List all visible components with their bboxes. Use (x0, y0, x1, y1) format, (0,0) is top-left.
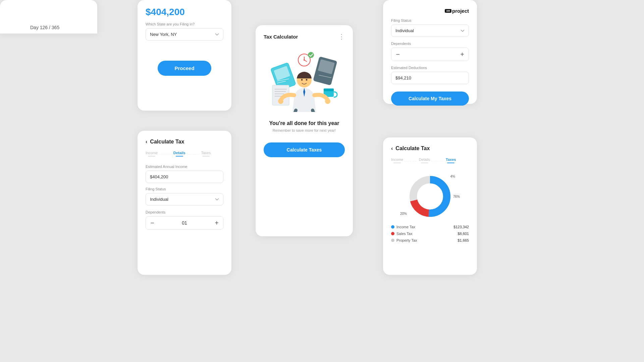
proceed-button[interactable]: Proceed (158, 61, 211, 76)
project-text: project (452, 8, 469, 14)
chart-label-20pct: 20% (400, 212, 407, 216)
increment-button-right[interactable]: + (456, 48, 469, 61)
step-tabs: Income ............ Details ............… (146, 151, 223, 157)
tab-details[interactable]: Details (173, 151, 185, 157)
calculate-my-taxes-button[interactable]: Calculate My Taxes (391, 92, 469, 106)
tab-details-chart[interactable]: Details (419, 158, 430, 163)
legend-property-tax: Property Tax $1,665 (391, 238, 469, 242)
dots-2: ............ (185, 152, 201, 157)
back-arrow-icon[interactable]: ‹ (146, 139, 147, 145)
income-input[interactable] (146, 171, 223, 183)
property-tax-dot (391, 239, 394, 242)
done-illustration (264, 47, 345, 114)
project365-logo: 365 project (445, 8, 469, 14)
svg-point-28 (418, 184, 442, 208)
tab-taxes[interactable]: Taxes (201, 151, 211, 157)
svg-point-21 (306, 79, 308, 81)
decrement-button-right[interactable]: − (391, 48, 404, 61)
legend-sales-tax: Sales Tax $8,601 (391, 232, 469, 236)
state-filing-card: $404,200 Which State are you Filing in? … (138, 0, 231, 111)
income-label: Estimated Annual Income (146, 165, 223, 169)
filing-label: Filing Status (146, 187, 223, 191)
tax-calculator-header: Tax Calculator ⋮ (264, 33, 345, 40)
decrement-button[interactable]: − (146, 217, 159, 229)
increment-button[interactable]: + (210, 217, 223, 229)
filing-select[interactable]: Individual Married Filing Jointly Head o… (146, 193, 223, 205)
svg-point-20 (301, 79, 303, 81)
dependents-label-right: Dependents (391, 42, 469, 46)
state-label: Which State are you Filing in? (146, 22, 223, 26)
sales-tax-amount: $8,601 (458, 232, 469, 236)
dependents-label: Dependents (146, 210, 223, 214)
calculate-tax-header: ‹ Calculate Tax (146, 139, 223, 145)
done-text: You're all done for this year (264, 120, 345, 126)
property-tax-label: Property Tax (396, 238, 417, 242)
svg-point-15 (304, 59, 305, 61)
sales-tax-dot (391, 232, 394, 235)
calculate-tax-title: Calculate Tax (150, 139, 184, 145)
filing-status-label-right: Filing Status (391, 18, 469, 22)
tab-income[interactable]: Income (146, 151, 158, 157)
back-arrow-chart-icon[interactable]: ‹ (391, 145, 393, 152)
dependents-counter-right: − + (391, 48, 469, 61)
dependents-value: 01 (159, 220, 210, 226)
badge-365: 365 (445, 9, 451, 13)
tab-income-chart[interactable]: Income (391, 158, 403, 163)
dependents-counter: − 01 + (146, 216, 223, 230)
svg-rect-18 (324, 88, 334, 91)
chart-label-76pct: 76% (453, 195, 460, 198)
tax-calculator-title: Tax Calculator (264, 34, 298, 40)
donut-chart: 4% 76% 20% (405, 171, 455, 222)
calculate-taxes-button[interactable]: Calculate Taxes (264, 142, 345, 157)
income-tax-amount: $123,342 (453, 225, 469, 229)
legend-income-tax: Income Tax $123,342 (391, 225, 469, 229)
tab-taxes-chart[interactable]: Taxes (446, 158, 456, 163)
done-subtitle: Remember to save more for next year! (264, 128, 345, 132)
calculate-tax-chart-card: ‹ Calculate Tax Income ............ Deta… (383, 137, 477, 275)
svg-point-16 (308, 52, 314, 58)
sales-tax-label: Sales Tax (396, 232, 413, 236)
property-tax-amount: $1,665 (458, 238, 469, 242)
day-label: Day 126 / 365 (30, 25, 59, 30)
dots-chart-2: ............ (430, 159, 446, 163)
more-options-icon[interactable]: ⋮ (338, 33, 345, 40)
full-calculator-card: 365 project Filing Status Individual Mar… (383, 0, 477, 104)
dots-1: ............ (158, 152, 173, 157)
chart-legend: Income Tax $123,342 Sales Tax $8,601 Pro… (391, 225, 469, 242)
calculate-tax-chart-title: Calculate Tax (395, 145, 430, 152)
chart-label-4pct: 4% (450, 175, 455, 178)
step-tabs-chart: Income ............ Details ............… (391, 158, 469, 163)
income-tax-label: Income Tax (396, 225, 415, 229)
filing-select-right[interactable]: Individual Married Filing Jointly (391, 24, 469, 37)
svg-point-24 (325, 99, 330, 104)
deductions-input[interactable] (391, 72, 469, 84)
income-amount: $404,200 (146, 7, 223, 17)
income-tax-dot (391, 225, 394, 229)
dots-chart-1: ............ (403, 159, 419, 163)
state-select[interactable]: New York, NY California, CA Texas, TX (146, 28, 223, 41)
tax-calculator-done-card: Tax Calculator ⋮ (256, 25, 353, 236)
deductions-label: Estimated Deductions (391, 66, 469, 70)
svg-point-23 (278, 99, 283, 104)
calculate-tax-details-card: ‹ Calculate Tax Income ............ Deta… (138, 131, 231, 275)
calculate-tax-chart-header: ‹ Calculate Tax (391, 145, 469, 152)
